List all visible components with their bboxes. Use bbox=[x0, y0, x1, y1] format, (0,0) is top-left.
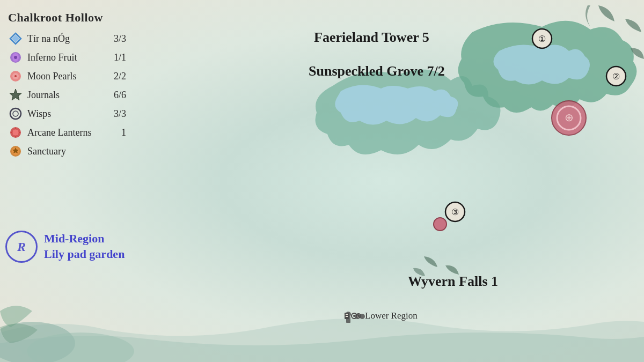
sidebar-item-journals: Journals 6/6 bbox=[8, 87, 126, 102]
svg-point-24 bbox=[14, 75, 17, 77]
mid-region-label: R Mid-Region Lily pad garden bbox=[5, 231, 125, 263]
lower-region-label: Lower Region bbox=[343, 310, 418, 322]
sunspeckled-grove-label: Sunspeckled Grove 7/2 bbox=[309, 63, 445, 79]
tir-na-nog-count: 3/3 bbox=[105, 33, 126, 45]
svg-text:⊕: ⊕ bbox=[565, 112, 574, 123]
faerieland-tower-text: Faerieland Tower 5 bbox=[314, 29, 429, 45]
svg-point-21 bbox=[14, 56, 17, 59]
journals-count: 6/6 bbox=[105, 90, 126, 101]
moon-pearls-icon bbox=[8, 69, 23, 84]
lower-region-text: Lower Region bbox=[365, 311, 418, 321]
wisps-count: 3/3 bbox=[105, 108, 126, 120]
journals-label: Journals bbox=[27, 90, 105, 101]
svg-rect-34 bbox=[346, 316, 348, 317]
sanctuary-icon bbox=[8, 144, 23, 159]
svg-marker-25 bbox=[10, 89, 21, 100]
region-line2: Lily pad garden bbox=[44, 247, 125, 262]
svg-text:①: ① bbox=[538, 34, 546, 43]
sunspeckled-grove-text: Sunspeckled Grove 7/2 bbox=[309, 63, 445, 79]
sidebar-item-moon-pearls: Moon Pearls 2/2 bbox=[8, 69, 126, 84]
svg-point-36 bbox=[353, 315, 355, 317]
wisps-icon bbox=[8, 106, 23, 121]
arcane-lanterns-icon bbox=[8, 125, 23, 140]
wisps-label: Wisps bbox=[27, 108, 105, 120]
inferno-fruit-label: Inferno Fruit bbox=[27, 52, 105, 63]
region-symbol-circle: R bbox=[5, 231, 38, 263]
svg-text:③: ③ bbox=[451, 208, 459, 217]
faerieland-tower-label: Faerieland Tower 5 bbox=[314, 29, 429, 46]
wyvern-falls-text: Wyvern Falls 1 bbox=[408, 274, 498, 289]
arcane-lanterns-label: Arcane Lanterns bbox=[27, 127, 105, 138]
svg-point-29 bbox=[12, 129, 19, 136]
journals-icon bbox=[8, 87, 23, 102]
region-line1: Mid-Region bbox=[44, 231, 125, 247]
sidebar-item-arcane-lanterns: Arcane Lanterns 1 bbox=[8, 125, 126, 140]
sidebar-title: Chalkroot Hollow bbox=[8, 11, 126, 25]
wyvern-falls-label: Wyvern Falls 1 bbox=[408, 274, 498, 290]
tir-na-nog-icon bbox=[8, 31, 23, 46]
sanctuary-label: Sanctuary bbox=[27, 146, 105, 157]
moon-pearls-count: 2/2 bbox=[105, 71, 126, 82]
moon-pearls-label: Moon Pearls bbox=[27, 71, 105, 82]
sidebar-item-inferno-fruit: Inferno Fruit 1/1 bbox=[8, 50, 126, 65]
sidebar-item-wisps: Wisps 3/3 bbox=[8, 106, 126, 121]
inferno-fruit-count: 1/1 bbox=[105, 52, 126, 63]
svg-point-38 bbox=[357, 315, 360, 317]
lower-region-icon bbox=[343, 310, 361, 322]
tir-na-nog-label: Tír na nÓg bbox=[27, 33, 105, 45]
svg-point-27 bbox=[13, 111, 18, 116]
svg-point-5 bbox=[434, 218, 447, 231]
svg-point-26 bbox=[10, 108, 21, 119]
svg-rect-33 bbox=[346, 314, 348, 315]
sidebar-item-sanctuary: Sanctuary bbox=[8, 144, 126, 159]
inferno-fruit-icon bbox=[8, 50, 23, 65]
sidebar-item-tir-na-nog: Tír na nÓg 3/3 bbox=[8, 31, 126, 46]
svg-text:②: ② bbox=[612, 72, 620, 81]
region-text-block: Mid-Region Lily pad garden bbox=[44, 231, 125, 262]
region-symbol: R bbox=[17, 240, 26, 254]
arcane-lanterns-count: 1 bbox=[105, 127, 126, 138]
sidebar: Chalkroot Hollow Tír na nÓg 3/3 Inferno … bbox=[3, 5, 131, 168]
